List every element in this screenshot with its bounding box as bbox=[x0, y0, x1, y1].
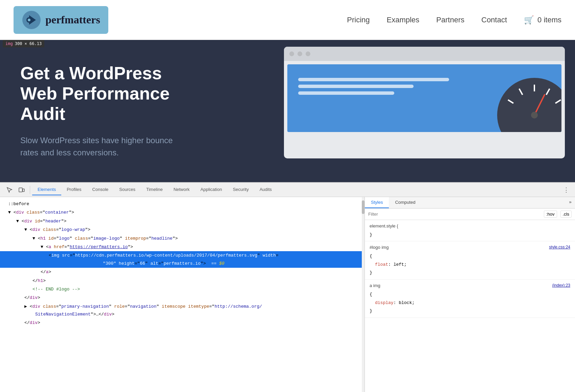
hero-text: Get a WordPress Web Performance Audit Sl… bbox=[20, 63, 190, 158]
rule-logo-open: { bbox=[370, 252, 570, 261]
elements-scrollbar[interactable] bbox=[362, 197, 364, 392]
logo-icon bbox=[22, 10, 41, 30]
tab-computed[interactable]: Computed bbox=[389, 197, 421, 208]
img-tooltip: img 300 × 66.13 bbox=[3, 40, 44, 47]
el-a[interactable]: ▼ <a href="https://perfmatters.io"> bbox=[0, 243, 364, 251]
rule-aimg-selector: a img (index):23 bbox=[370, 282, 570, 290]
tab-styles[interactable]: Styles bbox=[365, 197, 389, 208]
tab-timeline[interactable]: Timeline bbox=[141, 184, 168, 195]
rule-aimg-open: { bbox=[370, 290, 570, 299]
el-close-div-logowrap: </div> bbox=[0, 293, 364, 302]
styles-filter-input[interactable] bbox=[368, 212, 540, 217]
el-close-a: </a> bbox=[0, 268, 364, 276]
svg-rect-11 bbox=[19, 188, 22, 192]
cart-count: 0 items bbox=[537, 16, 561, 24]
el-container[interactable]: ▼ <div class="container"> bbox=[0, 208, 364, 217]
cart-icon: 🛒 bbox=[524, 15, 534, 25]
cls-filter-btn[interactable]: .cls bbox=[560, 211, 572, 218]
el-logo-wrap[interactable]: ▼ <div class="logo-wrap"> bbox=[0, 225, 364, 234]
dt-separator-1 bbox=[30, 186, 30, 194]
rule-aimg-close: } bbox=[370, 307, 570, 315]
speedometer bbox=[497, 78, 561, 132]
rule-element-closing: } bbox=[370, 231, 570, 239]
styles-more-btn[interactable]: » bbox=[566, 197, 575, 208]
svg-line-7 bbox=[519, 89, 523, 95]
browser-line-2 bbox=[298, 85, 413, 88]
el-h1[interactable]: ▼ <h1 id="logo" class="image-logo" itemp… bbox=[0, 234, 364, 243]
main-nav: Pricing Examples Partners Contact 🛒 0 it… bbox=[347, 15, 561, 25]
browser-mockup bbox=[284, 47, 565, 158]
tab-security[interactable]: Security bbox=[227, 184, 254, 195]
nav-partners[interactable]: Partners bbox=[436, 16, 464, 24]
nav-contact[interactable]: Contact bbox=[481, 16, 507, 24]
tab-application[interactable]: Application bbox=[195, 184, 227, 195]
tab-audits[interactable]: Audits bbox=[254, 184, 277, 195]
devtools-main: ::before ▼ <div class="container"> ▼ <di… bbox=[0, 197, 575, 392]
svg-line-8 bbox=[508, 100, 513, 103]
svg-point-3 bbox=[28, 19, 30, 21]
styles-rule-element: element.style { } bbox=[365, 220, 575, 241]
el-before: ::before bbox=[0, 200, 364, 208]
tab-profiles[interactable]: Profiles bbox=[61, 184, 87, 195]
rule-element-selector: element.style { bbox=[370, 222, 570, 231]
hov-filter-btn[interactable]: :hov bbox=[544, 211, 557, 218]
tooltip-dims: 300 × 66.13 bbox=[15, 41, 42, 46]
rule-logo-selector: #logo img style.css:24 bbox=[370, 243, 570, 252]
logo-text: perfmatters bbox=[45, 14, 100, 26]
cart-area[interactable]: 🛒 0 items bbox=[524, 15, 561, 25]
browser-line-3 bbox=[298, 91, 394, 95]
nav-pricing[interactable]: Pricing bbox=[347, 16, 370, 24]
logo-area: perfmatters bbox=[14, 6, 108, 34]
nav-examples[interactable]: Examples bbox=[387, 16, 420, 24]
devtools-toolbar: Elements Profiles Console Sources Timeli… bbox=[0, 183, 575, 197]
browser-dot-1 bbox=[289, 51, 294, 56]
svg-rect-12 bbox=[23, 189, 24, 192]
browser-dot-3 bbox=[306, 51, 310, 56]
browser-content bbox=[287, 64, 561, 132]
styles-rule-aimg: a img (index):23 { display: block; } bbox=[365, 280, 575, 318]
devtools-tabs: Elements Profiles Console Sources Timeli… bbox=[32, 184, 561, 195]
responsive-icon[interactable] bbox=[16, 184, 28, 196]
svg-line-9 bbox=[534, 95, 545, 115]
rule-aimg-display: display: block; bbox=[370, 299, 570, 307]
svg-point-10 bbox=[531, 112, 538, 118]
more-options-btn[interactable]: ⋮ bbox=[561, 184, 572, 195]
styles-panel: Styles Computed » :hov .cls element.styl… bbox=[365, 197, 575, 392]
logo-box: perfmatters bbox=[14, 6, 108, 34]
tab-network[interactable]: Network bbox=[168, 184, 195, 195]
el-primary-nav[interactable]: ▶ <div class="primary-navigation" role="… bbox=[0, 302, 364, 319]
devtools-panel: Elements Profiles Console Sources Timeli… bbox=[0, 182, 575, 392]
hero-title: Get a WordPress Web Performance Audit bbox=[20, 63, 190, 124]
styles-rule-logo: #logo img style.css:24 { float: left; } bbox=[365, 241, 575, 280]
el-comment: <!-- END #logo --> bbox=[0, 285, 364, 293]
el-close-h1: </h1> bbox=[0, 277, 364, 285]
browser-bar bbox=[284, 47, 565, 61]
rule-logo-float: float: left; bbox=[370, 261, 570, 269]
browser-dot-2 bbox=[297, 51, 302, 56]
el-img-selected[interactable]: <img src="https://cdn.perfmatters.io/wp-… bbox=[0, 251, 364, 268]
browser-line-1 bbox=[298, 78, 449, 81]
styles-tabs-bar: Styles Computed » bbox=[365, 197, 575, 209]
rule-logo-close: } bbox=[370, 269, 570, 277]
hero-subtitle: Slow WordPress sites have higher bounce … bbox=[20, 134, 190, 159]
el-close-header: </div> bbox=[0, 319, 364, 327]
header: perfmatters Pricing Examples Partners Co… bbox=[0, 0, 575, 40]
el-header[interactable]: ▼ <div id="header"> bbox=[0, 217, 364, 225]
svg-line-5 bbox=[546, 89, 550, 95]
tooltip-tag: img bbox=[5, 41, 13, 46]
hero-section: Get a WordPress Web Performance Audit Sl… bbox=[0, 40, 575, 182]
elements-panel: ::before ▼ <div class="container"> ▼ <di… bbox=[0, 197, 365, 392]
tab-sources[interactable]: Sources bbox=[114, 184, 141, 195]
tab-console[interactable]: Console bbox=[87, 184, 114, 195]
styles-filter-bar: :hov .cls bbox=[365, 209, 575, 220]
svg-line-6 bbox=[555, 100, 561, 103]
tab-elements[interactable]: Elements bbox=[32, 184, 61, 195]
cursor-icon[interactable] bbox=[3, 184, 16, 196]
